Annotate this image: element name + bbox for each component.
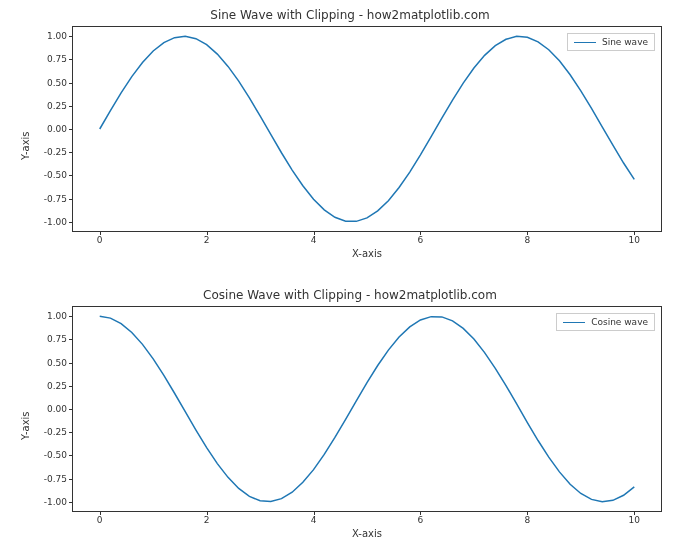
x-tick-label: 4 xyxy=(311,515,317,525)
y-tick-label: 0.50 xyxy=(47,358,67,368)
y-tick-mark xyxy=(69,363,73,364)
y-tick-label: 0.75 xyxy=(47,54,67,64)
x-tick-label: 10 xyxy=(629,515,640,525)
x-tick-label: 8 xyxy=(524,235,530,245)
x-tick-label: 2 xyxy=(204,515,210,525)
y-tick-label: 0.00 xyxy=(47,404,67,414)
y-tick-mark xyxy=(69,502,73,503)
legend-swatch-icon xyxy=(574,42,596,43)
x-tick-label: 2 xyxy=(204,235,210,245)
y-tick-label: -0.50 xyxy=(44,170,67,180)
x-tick-label: 0 xyxy=(97,235,103,245)
plot-area: Cosine wave 0246810-1.00-0.75-0.50-0.250… xyxy=(72,306,662,512)
y-tick-mark xyxy=(69,152,73,153)
x-tick-label: 6 xyxy=(418,515,424,525)
y-tick-mark xyxy=(69,36,73,37)
x-tick-label: 8 xyxy=(524,515,530,525)
y-tick-label: 0.00 xyxy=(47,124,67,134)
legend: Cosine wave xyxy=(556,313,655,331)
legend-swatch-icon xyxy=(563,322,585,323)
y-tick-mark xyxy=(69,409,73,410)
y-tick-label: 0.50 xyxy=(47,78,67,88)
y-axis-label: Y-axis xyxy=(20,131,31,160)
y-tick-label: -0.75 xyxy=(44,474,67,484)
y-tick-mark xyxy=(69,59,73,60)
y-tick-label: 1.00 xyxy=(47,31,67,41)
y-tick-label: -0.75 xyxy=(44,194,67,204)
y-tick-mark xyxy=(69,83,73,84)
x-axis-label: X-axis xyxy=(72,248,662,259)
x-tick-label: 0 xyxy=(97,515,103,525)
y-tick-label: -1.00 xyxy=(44,497,67,507)
y-tick-label: 0.25 xyxy=(47,101,67,111)
x-axis-label: X-axis xyxy=(72,528,662,539)
y-tick-label: 0.75 xyxy=(47,334,67,344)
figure: Sine Wave with Clipping - how2matplotlib… xyxy=(0,0,700,560)
plot-area: Sine wave 0246810-1.00-0.75-0.50-0.250.0… xyxy=(72,26,662,232)
x-tick-label: 4 xyxy=(311,235,317,245)
y-tick-mark xyxy=(69,106,73,107)
chart-title: Sine Wave with Clipping - how2matplotlib… xyxy=(0,8,700,22)
series-sine xyxy=(100,36,635,221)
y-tick-mark xyxy=(69,222,73,223)
x-tick-label: 6 xyxy=(418,235,424,245)
y-tick-mark xyxy=(69,175,73,176)
y-tick-label: -0.25 xyxy=(44,427,67,437)
legend-label: Cosine wave xyxy=(591,317,648,327)
y-tick-label: -0.50 xyxy=(44,450,67,460)
subplot-cosine: Cosine Wave with Clipping - how2matplotl… xyxy=(0,280,700,560)
y-tick-mark xyxy=(69,129,73,130)
subplot-sine: Sine Wave with Clipping - how2matplotlib… xyxy=(0,0,700,280)
y-tick-mark xyxy=(69,199,73,200)
y-tick-label: -0.25 xyxy=(44,147,67,157)
y-axis-label: Y-axis xyxy=(20,411,31,440)
series-cosine xyxy=(100,316,635,501)
chart-title: Cosine Wave with Clipping - how2matplotl… xyxy=(0,288,700,302)
y-tick-mark xyxy=(69,455,73,456)
y-tick-mark xyxy=(69,479,73,480)
legend: Sine wave xyxy=(567,33,655,51)
y-tick-label: 1.00 xyxy=(47,311,67,321)
y-tick-mark xyxy=(69,316,73,317)
y-tick-mark xyxy=(69,339,73,340)
y-tick-label: 0.25 xyxy=(47,381,67,391)
y-tick-label: -1.00 xyxy=(44,217,67,227)
x-tick-label: 10 xyxy=(629,235,640,245)
legend-label: Sine wave xyxy=(602,37,648,47)
y-tick-mark xyxy=(69,386,73,387)
y-tick-mark xyxy=(69,432,73,433)
